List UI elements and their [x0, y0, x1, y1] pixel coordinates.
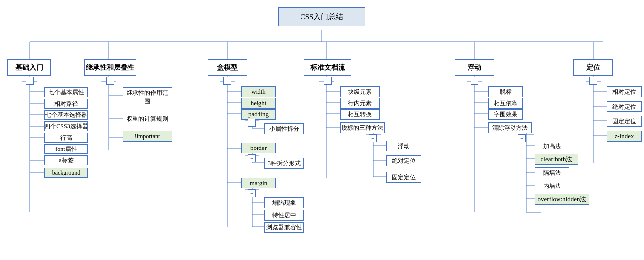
leaf-box-margin: margin — [241, 178, 276, 188]
leaf-pos-4: z-index — [607, 131, 642, 142]
leaf-float-1: 脱标 — [488, 86, 523, 97]
leaf-flow-2: 行内元素 — [340, 98, 380, 109]
leaf-basics-5: 行高 — [44, 133, 88, 143]
collapse-cat3[interactable]: − — [223, 77, 231, 85]
connector-lines — [0, 0, 644, 260]
category-flow: 标准文档流 — [304, 59, 351, 76]
leaf-basics-8: background — [44, 168, 88, 178]
leaf-box-border: border — [241, 143, 276, 153]
leaf-basics-2: 相对路径 — [44, 99, 88, 109]
leaf-float-sub-1: 加高法 — [535, 141, 569, 151]
leaf-basics-3: 七个基本选择器 — [44, 110, 88, 120]
leaf-basics-7: a标签 — [44, 155, 88, 165]
leaf-pos-2: 绝对定位 — [607, 101, 642, 112]
leaf-box-padding-sub: 小属性拆分 — [264, 123, 304, 134]
leaf-box-compat: 浏览器兼容性 — [264, 222, 304, 233]
root-node: CSS入门总结 — [278, 7, 365, 26]
leaf-box-height: height — [241, 98, 276, 109]
leaf-float-4: 清除浮动方法 — [488, 122, 532, 133]
collapse-cat1[interactable]: − — [26, 77, 34, 85]
leaf-inherit-2: 权重的计算规则 — [123, 111, 172, 127]
leaf-flow-3: 相互转换 — [340, 109, 380, 120]
collapse-padding[interactable]: − — [248, 119, 256, 127]
leaf-float-2: 相互依靠 — [488, 98, 523, 109]
collapse-cat5[interactable]: − — [471, 77, 478, 85]
leaf-basics-4: 四个CSS3选择器 — [44, 121, 88, 131]
leaf-basics-6: font属性 — [44, 144, 88, 154]
leaf-float-3: 字围效果 — [488, 109, 523, 120]
leaf-flow-1: 块级元素 — [340, 86, 380, 97]
collapse-float-sub[interactable]: − — [518, 134, 526, 142]
leaf-float-sub-5: overflow:hidden法 — [535, 194, 589, 205]
leaf-inherit-3: !important — [123, 131, 172, 142]
collapse-cat4[interactable]: − — [324, 77, 332, 85]
leaf-box-width: width — [241, 86, 276, 97]
collapse-cat6[interactable]: − — [589, 77, 597, 85]
leaf-flow-sub-2: 绝对定位 — [386, 155, 421, 166]
category-float: 浮动 — [455, 59, 494, 76]
leaf-box-center: 特性居中 — [264, 210, 304, 221]
collapse-border[interactable]: − — [248, 154, 256, 162]
leaf-flow-4: 脱标的三种方法 — [340, 122, 385, 133]
collapse-cat2[interactable]: − — [106, 77, 114, 85]
collapse-margin[interactable]: − — [248, 189, 256, 197]
category-box: 盒模型 — [208, 59, 247, 76]
leaf-basics-1: 七个基本属性 — [44, 87, 88, 97]
leaf-pos-3: 固定定位 — [607, 116, 642, 127]
category-inherit: 继承性和层叠性 — [84, 59, 136, 76]
leaf-box-border-sub: 3种拆分形式 — [264, 158, 304, 169]
category-basics: 基础入门 — [7, 59, 51, 76]
leaf-flow-sub-1: 浮动 — [386, 141, 421, 151]
collapse-flow-sub[interactable]: − — [369, 134, 377, 142]
leaf-float-sub-2: clear:both法 — [535, 154, 578, 165]
leaf-pos-1: 相对定位 — [607, 86, 642, 97]
canvas: CSS入门总结 基础入门 − 七个基本属性 相对路径 七个基本选择器 四个CSS… — [0, 0, 644, 260]
leaf-inherit-1: 继承性的作用范围 — [123, 87, 172, 107]
leaf-flow-sub-3: 固定定位 — [386, 172, 421, 183]
leaf-box-collapse: 塌陷现象 — [264, 197, 304, 208]
leaf-float-sub-4: 内墙法 — [535, 181, 569, 191]
leaf-box-padding: padding — [241, 109, 276, 120]
category-position: 定位 — [573, 59, 613, 76]
leaf-float-sub-3: 隔墙法 — [535, 167, 569, 178]
